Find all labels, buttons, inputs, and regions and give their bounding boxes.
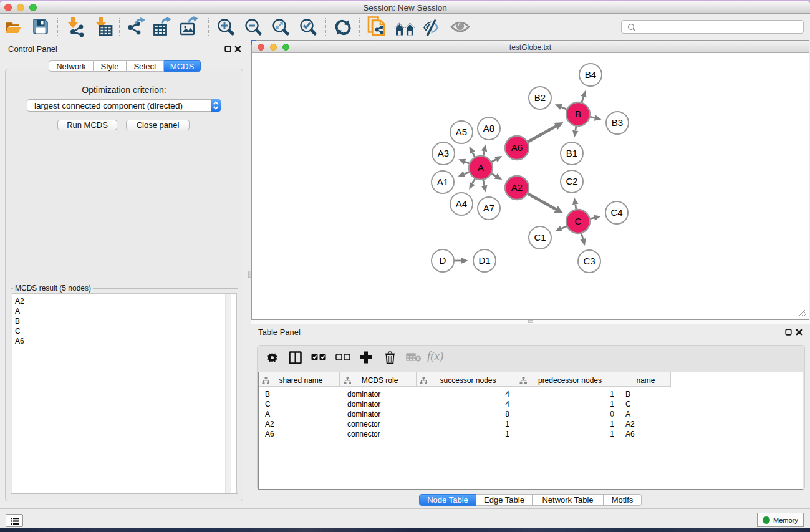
svg-text:B1: B1 [566,148,577,158]
svg-text:C3: C3 [583,256,595,266]
svg-text:A1: A1 [437,177,448,187]
svg-text:A8: A8 [483,123,494,133]
svg-text:A5: A5 [456,127,467,137]
svg-text:B: B [575,109,581,119]
svg-text:C: C [575,216,582,226]
svg-text:A6: A6 [511,142,523,153]
svg-text:A3: A3 [438,148,449,158]
svg-text:A2: A2 [511,182,523,193]
svg-text:A7: A7 [483,203,494,213]
svg-text:D: D [440,255,446,266]
svg-text:A4: A4 [456,198,467,209]
svg-text:A: A [478,162,484,173]
svg-text:B2: B2 [534,92,546,103]
svg-text:D1: D1 [478,255,490,266]
svg-text:C4: C4 [610,207,622,218]
svg-text:B4: B4 [585,69,596,80]
svg-text:C2: C2 [566,176,577,186]
svg-text:B3: B3 [612,117,623,128]
svg-text:C1: C1 [534,232,546,243]
